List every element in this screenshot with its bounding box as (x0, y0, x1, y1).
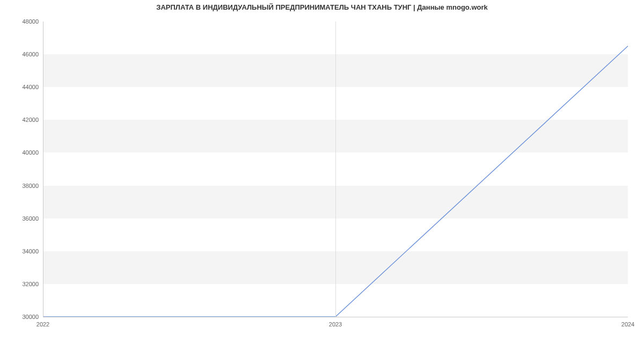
y-tick-label: 44000 (22, 84, 39, 90)
chart-title: ЗАРПЛАТА В ИНДИВИДУАЛЬНЫЙ ПРЕДПРИНИМАТЕЛ… (0, 3, 644, 11)
x-gridline (335, 21, 336, 317)
y-tick-label: 36000 (22, 215, 39, 222)
y-tick-label: 30000 (22, 314, 39, 320)
y-tick-label: 38000 (22, 183, 39, 189)
plot-area (43, 21, 628, 317)
y-tick-label: 42000 (22, 117, 39, 123)
chart-container: ЗАРПЛАТА В ИНДИВИДУАЛЬНЫЙ ПРЕДПРИНИМАТЕЛ… (0, 0, 644, 349)
y-tick-label: 40000 (22, 149, 39, 156)
x-axis-line (43, 317, 628, 317)
y-tick-label: 32000 (22, 281, 39, 287)
y-tick-label: 34000 (22, 248, 39, 255)
x-tick-label: 2022 (36, 321, 49, 328)
x-tick-label: 2023 (329, 321, 342, 328)
y-tick-label: 46000 (22, 51, 39, 57)
y-tick-label: 48000 (22, 18, 39, 25)
y-axis-line (43, 21, 43, 317)
x-tick-label: 2024 (621, 321, 634, 328)
